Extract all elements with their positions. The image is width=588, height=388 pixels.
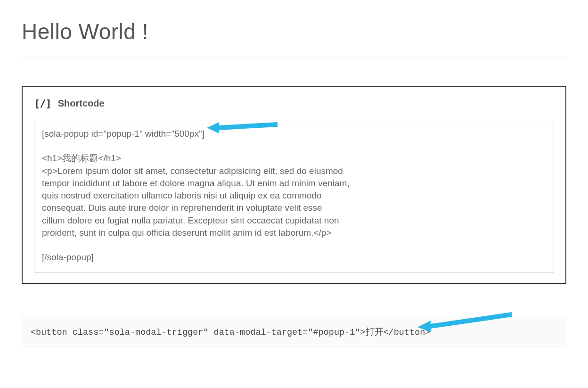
- shortcode-icon: [/]: [34, 98, 51, 109]
- title-divider: [22, 58, 566, 58]
- page-title: Hello World !: [22, 19, 566, 44]
- widget-header: [/] Shortcode: [34, 98, 554, 109]
- widget-label: Shortcode: [58, 98, 105, 109]
- shortcode-widget: [/] Shortcode [sola-popup id="popup-1" w…: [22, 86, 566, 284]
- shortcode-textarea[interactable]: [sola-popup id="popup-1" width="500px"] …: [34, 121, 554, 272]
- code-snippet[interactable]: <button class="sola-modal-trigger" data-…: [22, 317, 566, 347]
- code-snippet-block: <button class="sola-modal-trigger" data-…: [22, 317, 566, 347]
